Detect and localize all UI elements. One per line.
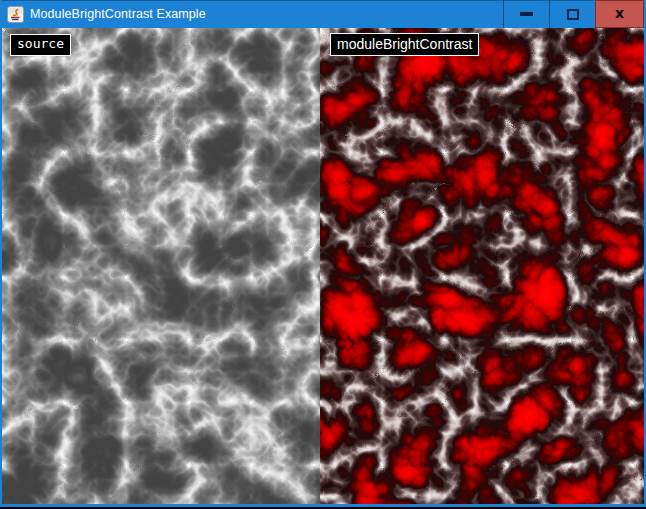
- minimize-icon: [520, 12, 533, 16]
- source-texture-image: [2, 28, 320, 504]
- processed-label: moduleBrightContrast: [330, 33, 479, 56]
- content-area: source moduleBrightCont: [2, 28, 644, 504]
- java-coffee-cup-icon: [7, 6, 24, 23]
- processed-texture-image: [320, 28, 644, 504]
- source-label: source: [10, 34, 71, 56]
- app-window: ModuleBrightContrast Example x: [0, 0, 646, 507]
- window-controls: x: [503, 0, 644, 28]
- close-icon: x: [615, 6, 624, 20]
- maximize-icon: [567, 9, 579, 20]
- minimize-button[interactable]: [503, 0, 549, 28]
- java-app-icon[interactable]: [7, 6, 24, 23]
- titlebar[interactable]: ModuleBrightContrast Example x: [2, 0, 644, 28]
- window-title: ModuleBrightContrast Example: [30, 7, 206, 21]
- maximize-button[interactable]: [549, 0, 595, 28]
- source-image-panel: source: [2, 28, 320, 504]
- close-button[interactable]: x: [595, 0, 644, 28]
- processed-image-panel: moduleBrightContrast: [320, 28, 644, 504]
